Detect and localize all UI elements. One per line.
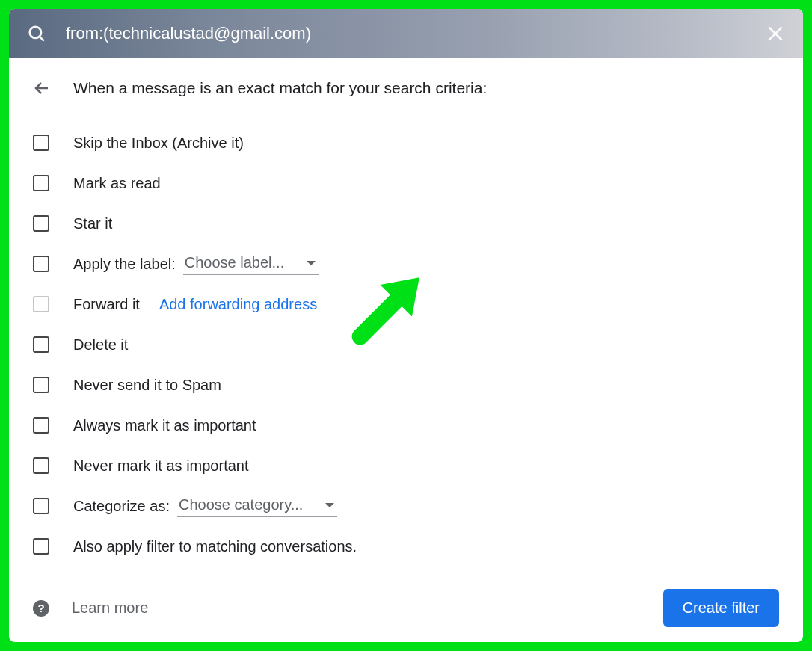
- create-filter-button[interactable]: Create filter: [663, 589, 779, 627]
- back-arrow-icon[interactable]: [33, 79, 51, 97]
- option-skip-inbox: Skip the Inbox (Archive it): [33, 123, 779, 163]
- svg-point-0: [30, 26, 41, 37]
- dialog-footer: ? Learn more Create filter: [33, 576, 779, 627]
- checkbox-forward: [33, 296, 49, 312]
- chevron-down-icon: [307, 261, 316, 265]
- checkbox-star[interactable]: [33, 215, 49, 232]
- filter-dialog: from:(technicalustad@gmail.com) When a m…: [9, 9, 803, 642]
- option-never-important: Never mark it as important: [33, 445, 779, 486]
- option-forward: Forward it Add forwarding address: [33, 284, 779, 324]
- option-categorize: Categorize as: Choose category...: [33, 486, 779, 526]
- checkbox-apply-label[interactable]: [33, 256, 49, 272]
- search-icon: [27, 24, 46, 43]
- checkbox-never-important[interactable]: [33, 457, 49, 474]
- dropdown-choose-label-text: Choose label...: [185, 254, 284, 271]
- checkbox-also-apply[interactable]: [33, 538, 49, 555]
- option-mark-read: Mark as read: [33, 163, 779, 203]
- option-never-spam: Never send it to Spam: [33, 365, 779, 405]
- checkbox-never-spam[interactable]: [33, 377, 49, 393]
- options-list: Skip the Inbox (Archive it) Mark as read…: [33, 123, 779, 567]
- label-skip-inbox: Skip the Inbox (Archive it): [73, 135, 244, 152]
- label-also-apply: Also apply filter to matching conversati…: [73, 538, 357, 555]
- learn-more-link[interactable]: Learn more: [72, 599, 148, 617]
- link-add-forwarding-address[interactable]: Add forwarding address: [159, 296, 317, 313]
- label-always-important: Always mark it as important: [73, 417, 256, 434]
- option-delete: Delete it: [33, 324, 779, 365]
- chevron-down-icon: [325, 503, 334, 507]
- help-icon[interactable]: ?: [33, 600, 49, 617]
- option-apply-label: Apply the label: Choose label...: [33, 244, 779, 284]
- option-also-apply: Also apply filter to matching conversati…: [33, 526, 779, 567]
- header-row: When a message is an exact match for you…: [33, 79, 779, 97]
- checkbox-skip-inbox[interactable]: [33, 135, 49, 151]
- dialog-content: When a message is an exact match for you…: [9, 58, 803, 642]
- label-delete: Delete it: [73, 336, 128, 354]
- dropdown-choose-category-text: Choose category...: [179, 496, 303, 513]
- search-query[interactable]: from:(technicalustad@gmail.com): [66, 24, 766, 43]
- checkbox-categorize[interactable]: [33, 498, 49, 514]
- header-title: When a message is an exact match for you…: [73, 79, 487, 97]
- label-never-spam: Never send it to Spam: [73, 377, 221, 394]
- label-mark-read: Mark as read: [73, 175, 161, 192]
- search-bar: from:(technicalustad@gmail.com): [9, 9, 803, 58]
- checkbox-always-important[interactable]: [33, 417, 49, 434]
- label-never-important: Never mark it as important: [73, 457, 249, 475]
- label-star: Star it: [73, 215, 112, 232]
- dropdown-choose-category[interactable]: Choose category...: [177, 495, 337, 517]
- dropdown-choose-label[interactable]: Choose label...: [183, 253, 319, 275]
- label-forward: Forward it: [73, 296, 140, 313]
- option-always-important: Always mark it as important: [33, 405, 779, 445]
- option-star: Star it: [33, 203, 779, 244]
- checkbox-delete[interactable]: [33, 336, 49, 353]
- close-icon[interactable]: [766, 24, 785, 43]
- svg-line-1: [40, 37, 43, 40]
- checkbox-mark-read[interactable]: [33, 175, 49, 191]
- label-apply-label: Apply the label:: [73, 256, 176, 273]
- label-categorize: Categorize as:: [73, 498, 170, 515]
